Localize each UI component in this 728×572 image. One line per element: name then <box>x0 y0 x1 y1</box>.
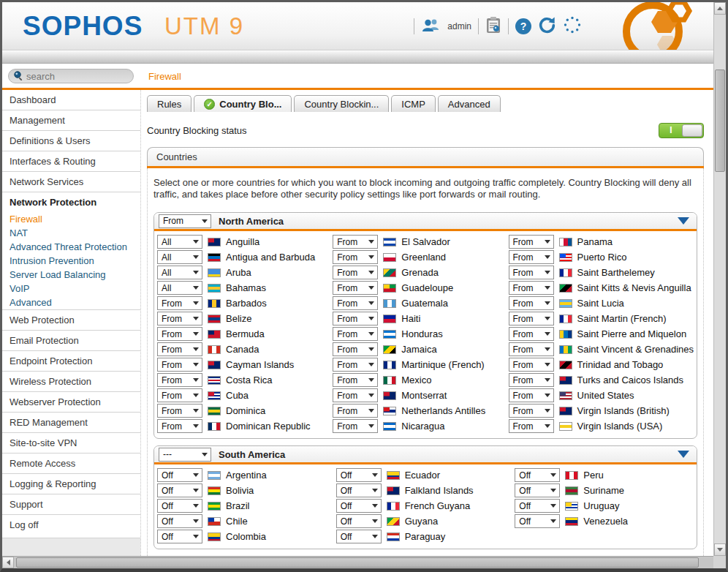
tab-rules[interactable]: Rules <box>147 95 192 112</box>
search-input[interactable] <box>26 71 121 82</box>
country-direction-select-paraguay[interactable]: Off <box>336 530 382 543</box>
country-direction-select-saint-lucia[interactable]: From <box>509 296 554 310</box>
country-direction-select-virgin-islands-british[interactable]: From <box>509 404 554 418</box>
horizontal-scrollbar-thumb[interactable] <box>16 557 699 568</box>
sidebar-item-advanced[interactable]: Advanced <box>2 296 140 309</box>
tab-country-blo[interactable]: ✓Country Blo... <box>194 95 292 112</box>
country-direction-select-haiti[interactable]: From <box>333 312 378 325</box>
country-direction-select-guadeloupe[interactable]: From <box>333 281 378 295</box>
country-direction-select-colombia[interactable]: Off <box>157 530 202 543</box>
country-direction-select-panama[interactable]: From <box>509 235 554 249</box>
live-log-clipboard-icon[interactable] <box>485 16 501 36</box>
country-direction-select-montserrat[interactable]: From <box>333 388 378 402</box>
country-direction-select-mexico[interactable]: From <box>333 373 378 387</box>
sidebar-item-support[interactable]: Support <box>2 494 140 514</box>
country-direction-select-cuba[interactable]: From <box>157 388 202 402</box>
country-direction-select-jamaica[interactable]: From <box>333 342 378 356</box>
country-direction-select-antigua-and-barbuda[interactable]: All <box>157 250 202 264</box>
sidebar-item-site-to-site-vpn[interactable]: Site-to-site VPN <box>2 432 140 453</box>
country-direction-select-chile[interactable]: Off <box>157 514 202 528</box>
sidebar-item-webserver-protection[interactable]: Webserver Protection <box>2 391 140 412</box>
country-direction-select-el-salvador[interactable]: From <box>333 235 378 249</box>
country-direction-select-ecuador[interactable]: Off <box>336 468 382 482</box>
toggle-knob[interactable] <box>682 124 702 137</box>
country-direction-select-saint-barthelemey[interactable]: From <box>509 266 554 279</box>
sidebar-item-network-protection[interactable]: Network Protection <box>2 192 140 212</box>
tab-advanced[interactable]: Advanced <box>438 95 501 112</box>
country-direction-select-suriname[interactable]: Off <box>515 483 560 497</box>
sidebar-item-firewall[interactable]: Firewall <box>2 212 140 226</box>
country-direction-select-anguilla[interactable]: All <box>157 235 202 249</box>
user-icon[interactable] <box>421 18 441 35</box>
sidebar-item-network-services[interactable]: Network Services <box>2 171 140 192</box>
country-direction-select-canada[interactable]: From <box>157 342 202 356</box>
country-direction-select-united-states[interactable]: From <box>509 388 554 402</box>
collapse-triangle-icon[interactable] <box>678 217 689 225</box>
vertical-scrollbar-thumb[interactable] <box>715 69 725 172</box>
tab-country-blockin[interactable]: Country Blockin... <box>294 95 389 112</box>
country-direction-select-puerto-rico[interactable]: From <box>509 250 554 264</box>
region-selector-south-america[interactable]: --- <box>159 448 211 462</box>
scroll-left-button[interactable] <box>2 557 14 568</box>
country-direction-select-guatemala[interactable]: From <box>333 296 378 310</box>
sidebar-item-web-protection[interactable]: Web Protection <box>2 309 140 330</box>
country-direction-select-trinidad-and-tobago[interactable]: From <box>509 358 554 372</box>
country-direction-select-honduras[interactable]: From <box>333 327 378 341</box>
scroll-down-button[interactable] <box>714 543 726 556</box>
country-direction-select-saint-martin-french[interactable]: From <box>509 312 554 325</box>
sidebar-item-remote-access[interactable]: Remote Access <box>2 453 140 473</box>
country-direction-select-barbados[interactable]: From <box>157 296 202 310</box>
country-direction-select-brazil[interactable]: Off <box>157 499 202 513</box>
tab-icmp[interactable]: ICMP <box>391 95 436 112</box>
sidebar-item-red-management[interactable]: RED Management <box>2 412 140 432</box>
sidebar-item-advanced-threat-protection[interactable]: Advanced Threat Protection <box>2 240 140 254</box>
country-direction-select-netherlands-antilles[interactable]: From <box>333 404 378 418</box>
country-direction-select-saint-vincent-grenadines[interactable]: From <box>509 342 554 356</box>
country-direction-select-uruguay[interactable]: Off <box>515 499 560 513</box>
help-icon[interactable]: ? <box>515 18 531 34</box>
sidebar-item-management[interactable]: Management <box>2 110 140 130</box>
country-direction-select-grenada[interactable]: From <box>333 266 378 279</box>
region-selector-north-america[interactable]: From <box>159 214 211 228</box>
country-direction-select-saint-kitts-nevis-anguilla[interactable]: From <box>509 281 554 295</box>
country-blocking-toggle[interactable]: I <box>659 123 704 138</box>
country-direction-select-nicaragua[interactable]: From <box>333 419 378 433</box>
country-direction-select-virgin-islands-usa[interactable]: From <box>509 419 554 433</box>
sidebar-item-log-off[interactable]: Log off <box>2 514 140 535</box>
sidebar-item-server-load-balancing[interactable]: Server Load Balancing <box>2 268 140 282</box>
country-direction-select-dominican-republic[interactable]: From <box>157 419 202 433</box>
country-direction-select-cayman-islands[interactable]: From <box>157 358 202 372</box>
country-direction-select-belize[interactable]: From <box>157 312 202 325</box>
country-direction-select-aruba[interactable]: All <box>157 266 202 279</box>
sidebar-item-interfaces-routing[interactable]: Interfaces & Routing <box>2 151 140 171</box>
refresh-icon[interactable] <box>538 16 556 37</box>
country-direction-select-martinique-french[interactable]: From <box>333 358 378 372</box>
sidebar-item-email-protection[interactable]: Email Protection <box>2 330 140 350</box>
country-direction-select-bermuda[interactable]: From <box>157 327 202 341</box>
country-direction-select-bahamas[interactable]: All <box>157 281 202 295</box>
sidebar-item-dashboard[interactable]: Dashboard <box>2 90 140 110</box>
country-direction-select-guyana[interactable]: Off <box>336 514 382 528</box>
country-direction-select-falkland-islands[interactable]: Off <box>336 483 382 497</box>
sidebar-item-logging-reporting[interactable]: Logging & Reporting <box>2 473 140 494</box>
country-direction-select-costa-rica[interactable]: From <box>157 373 202 387</box>
sidebar-item-intrusion-prevention[interactable]: Intrusion Prevention <box>2 254 140 268</box>
country-direction-select-greenland[interactable]: From <box>333 250 378 264</box>
sidebar-item-nat[interactable]: NAT <box>2 226 140 240</box>
country-direction-select-french-guyana[interactable]: Off <box>336 499 382 513</box>
country-direction-select-saint-pierre-and-miquelon[interactable]: From <box>509 327 554 341</box>
sidebar-item-endpoint-protection[interactable]: Endpoint Protection <box>2 350 140 371</box>
sidebar-item-voip[interactable]: VoIP <box>2 282 140 296</box>
country-direction-select-bolivia[interactable]: Off <box>157 483 202 497</box>
vertical-scrollbar[interactable] <box>713 2 726 556</box>
sidebar-item-wireless-protection[interactable]: Wireless Protection <box>2 371 140 391</box>
country-direction-select-dominica[interactable]: From <box>157 404 202 418</box>
country-direction-select-venezuela[interactable]: Off <box>515 514 560 528</box>
sidebar-item-definitions-users[interactable]: Definitions & Users <box>2 130 140 151</box>
scroll-up-button[interactable] <box>714 2 726 15</box>
country-direction-select-peru[interactable]: Off <box>515 468 560 482</box>
country-direction-select-argentina[interactable]: Off <box>157 468 202 482</box>
collapse-triangle-icon[interactable] <box>678 451 689 458</box>
horizontal-scrollbar[interactable] <box>2 556 713 568</box>
country-direction-select-turks-and-caicos-islands[interactable]: From <box>509 373 554 387</box>
